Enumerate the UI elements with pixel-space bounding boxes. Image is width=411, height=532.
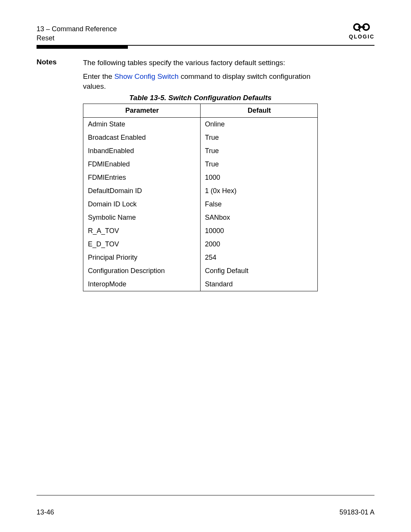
- page-number: 13-46: [37, 508, 54, 516]
- cell-parameter: InbandEnabled: [83, 144, 201, 158]
- col-header-parameter: Parameter: [83, 104, 201, 118]
- col-header-default: Default: [200, 104, 317, 118]
- notes-line-2: Enter the Show Config Switch command to …: [83, 72, 320, 91]
- cell-parameter: Principal Priority: [83, 251, 201, 264]
- logo-mark-icon: [349, 22, 374, 34]
- header: 13 – Command Reference Reset QLOGIC: [37, 22, 374, 43]
- page: 13 – Command Reference Reset QLOGIC Note…: [0, 0, 411, 532]
- cell-parameter: InteropMode: [83, 278, 201, 291]
- table-row: Configuration DescriptionConfig Default: [83, 264, 318, 278]
- section-label: Reset: [37, 34, 117, 43]
- cell-default: 1000: [200, 171, 317, 184]
- table-row: R_A_TOV10000: [83, 224, 318, 238]
- table-row: Symbolic NameSANbox: [83, 211, 318, 224]
- table-row: Admin StateOnline: [83, 118, 318, 131]
- cell-parameter: Admin State: [83, 118, 201, 131]
- cell-parameter: FDMIEnabled: [83, 158, 201, 171]
- cell-default: 1 (0x Hex): [200, 184, 317, 198]
- cell-parameter: E_D_TOV: [83, 238, 201, 251]
- config-defaults-table: Parameter Default Admin StateOnlineBroad…: [83, 104, 318, 291]
- cell-default: 254: [200, 251, 317, 264]
- cell-parameter: Configuration Description: [83, 264, 201, 278]
- table-row: InbandEnabledTrue: [83, 144, 318, 158]
- show-config-switch-link[interactable]: Show Config Switch: [114, 72, 178, 80]
- table-row: FDMIEnabledTrue: [83, 158, 318, 171]
- table-header-row: Parameter Default: [83, 104, 318, 118]
- cell-parameter: Broadcast Enabled: [83, 131, 201, 144]
- cell-default: False: [200, 198, 317, 211]
- doc-number: 59183-01 A: [339, 508, 374, 516]
- table-row: E_D_TOV2000: [83, 238, 318, 251]
- table-row: Domain ID LockFalse: [83, 198, 318, 211]
- table-row: Broadcast EnabledTrue: [83, 131, 318, 144]
- table-row: DefaultDomain ID1 (0x Hex): [83, 184, 318, 198]
- svg-rect-0: [358, 26, 365, 28]
- cell-default: True: [200, 144, 317, 158]
- table-row: Principal Priority254: [83, 251, 318, 264]
- cell-parameter: FDMIEntries: [83, 171, 201, 184]
- table-row: InteropModeStandard: [83, 278, 318, 291]
- table-row: FDMIEntries1000: [83, 171, 318, 184]
- notes-body: The following tables specify the various…: [83, 58, 320, 95]
- notes-line-1: The following tables specify the various…: [83, 58, 320, 68]
- cell-default: Online: [200, 118, 317, 131]
- logo-text: QLOGIC: [349, 34, 374, 40]
- table-caption: Table 13-5. Switch Configuration Default…: [83, 94, 318, 102]
- cell-default: Standard: [200, 278, 317, 291]
- cell-parameter: Symbolic Name: [83, 211, 201, 224]
- cell-default: 2000: [200, 238, 317, 251]
- cell-parameter: Domain ID Lock: [83, 198, 201, 211]
- brand-logo: QLOGIC: [349, 22, 374, 40]
- chapter-label: 13 – Command Reference: [37, 24, 117, 34]
- notes-heading: Notes: [37, 58, 57, 66]
- table-body: Admin StateOnlineBroadcast EnabledTrueIn…: [83, 118, 318, 291]
- notes-line-2-pre: Enter the: [83, 72, 114, 80]
- cell-default: Config Default: [200, 264, 317, 278]
- header-left: 13 – Command Reference Reset: [37, 24, 117, 43]
- cell-parameter: DefaultDomain ID: [83, 184, 201, 198]
- cell-default: 10000: [200, 224, 317, 238]
- cell-default: SANbox: [200, 211, 317, 224]
- header-thick-bar: [37, 45, 128, 49]
- cell-default: True: [200, 158, 317, 171]
- cell-parameter: R_A_TOV: [83, 224, 201, 238]
- footer-rule: [37, 495, 374, 496]
- cell-default: True: [200, 131, 317, 144]
